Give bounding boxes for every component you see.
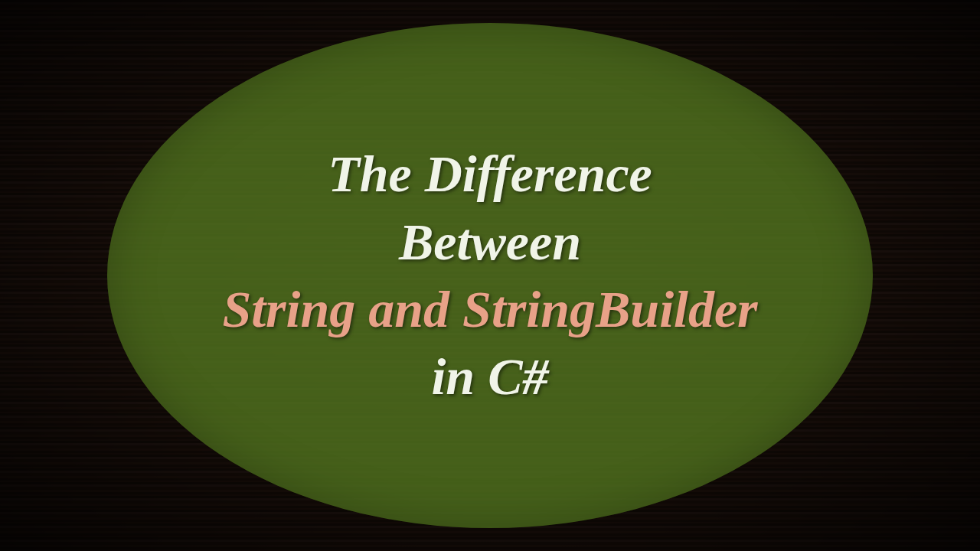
title-line-1: The Difference [328,140,652,207]
title-line-4: in C# [431,343,548,410]
title-ellipse: The Difference Between String and String… [107,23,873,528]
title-line-2: Between [399,208,581,276]
title-line-3: String and StringBuilder [222,276,757,343]
